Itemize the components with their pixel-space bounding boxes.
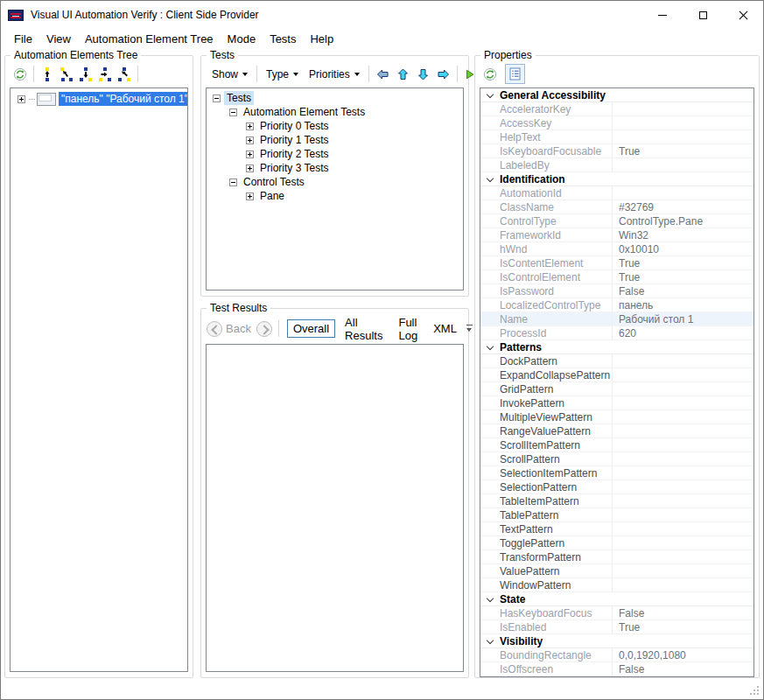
tests-tree-node[interactable]: Priority 2 Tests	[207, 147, 463, 161]
tab-overall[interactable]: Overall	[287, 319, 335, 338]
menu-help[interactable]: Help	[303, 31, 340, 47]
tree-expander-minus-icon[interactable]	[229, 178, 237, 186]
navigate-previous-sibling-button[interactable]	[57, 64, 76, 84]
property-row[interactable]: TablePattern	[480, 508, 753, 522]
tree-expander-plus-icon[interactable]	[246, 192, 254, 200]
property-row[interactable]: LocalizedControlTypeпанель	[480, 298, 753, 312]
move-down-button[interactable]	[413, 64, 433, 84]
minimize-button[interactable]	[642, 1, 683, 29]
menu-automation-element-tree[interactable]: Automation Element Tree	[78, 31, 221, 47]
tree-expander-plus-icon[interactable]	[246, 136, 254, 144]
property-row[interactable]: MultipleViewPattern	[480, 410, 753, 424]
tests-tree-node[interactable]: Control Tests	[207, 175, 463, 189]
elements-tree-view[interactable]: "панель" "Рабочий стол 1" ""	[10, 88, 188, 672]
navigate-next-sibling-button[interactable]	[95, 64, 115, 84]
property-row[interactable]: DockPattern	[480, 354, 753, 368]
menu-view[interactable]: View	[39, 31, 78, 47]
property-row[interactable]: SelectionPattern	[480, 480, 753, 494]
property-row[interactable]: HelpText	[480, 130, 753, 144]
property-row[interactable]: hWnd0x10010	[480, 242, 753, 256]
close-button[interactable]	[723, 1, 763, 29]
property-row[interactable]: FrameworkIdWin32	[480, 228, 753, 242]
property-row[interactable]: AutomationId	[480, 186, 753, 200]
tree-node-label[interactable]: Priority 2 Tests	[257, 147, 331, 161]
property-row[interactable]: IsOffscreenFalse	[480, 662, 753, 676]
tests-tree-node[interactable]: Pane	[207, 189, 463, 203]
chevron-down-icon[interactable]	[480, 598, 500, 601]
property-category[interactable]: Identification	[480, 172, 753, 186]
property-row[interactable]: TogglePattern	[480, 536, 753, 550]
property-row[interactable]: LabeledBy	[480, 158, 753, 172]
move-left-button[interactable]	[373, 64, 393, 84]
property-row[interactable]: ValuePattern	[480, 564, 753, 578]
property-row[interactable]: GridPattern	[480, 382, 753, 396]
tree-expander-plus-icon[interactable]	[246, 164, 254, 172]
type-dropdown[interactable]: Type	[261, 64, 304, 84]
tree-expander-plus-icon[interactable]	[18, 95, 25, 103]
property-row[interactable]: ControlTypeControlType.Pane	[480, 214, 753, 228]
tab-xml[interactable]: XML	[427, 319, 463, 338]
tree-node-label[interactable]: Priority 3 Tests	[257, 161, 331, 175]
tree-node-label[interactable]: Pane	[257, 189, 287, 203]
chevron-down-icon[interactable]	[480, 346, 500, 349]
property-category[interactable]: Patterns	[480, 340, 753, 354]
tree-node-label[interactable]: Control Tests	[241, 175, 307, 189]
tree-expander-minus-icon[interactable]	[213, 94, 221, 102]
property-row[interactable]: SelectionItemPattern	[480, 466, 753, 480]
show-dropdown[interactable]: Show	[207, 64, 253, 84]
property-row[interactable]: AccessKey	[480, 116, 753, 130]
tree-node-label[interactable]: Tests	[224, 91, 254, 105]
tree-node-label[interactable]: Priority 0 Tests	[257, 119, 331, 133]
back-button[interactable]	[207, 321, 222, 337]
selected-tree-node-label[interactable]: "панель" "Рабочий стол 1" ""	[59, 92, 188, 106]
refresh-properties-button[interactable]	[480, 64, 500, 84]
navigate-first-child-button[interactable]	[76, 64, 95, 84]
property-row[interactable]: ExpandCollapsePattern	[480, 368, 753, 382]
property-row[interactable]: ScrollItemPattern	[480, 438, 753, 452]
property-row[interactable]: ProcessId620	[480, 326, 753, 340]
tree-node-label[interactable]: Priority 1 Tests	[257, 133, 331, 147]
property-row[interactable]: IsKeyboardFocusableTrue	[480, 144, 753, 158]
navigate-last-child-button[interactable]	[115, 64, 134, 84]
menu-file[interactable]: File	[7, 31, 39, 47]
property-row[interactable]: BoundingRectangle0,0,1920,1080	[480, 648, 753, 662]
chevron-down-icon[interactable]	[480, 178, 500, 181]
maximize-button[interactable]	[683, 1, 723, 29]
move-up-button[interactable]	[393, 64, 413, 84]
resize-grip[interactable]	[750, 686, 759, 695]
priorities-dropdown[interactable]: Priorities	[304, 64, 365, 84]
tests-tree-node[interactable]: Tests	[207, 91, 463, 105]
property-row[interactable]: InvokePattern	[480, 396, 753, 410]
property-row[interactable]: ScrollPattern	[480, 452, 753, 466]
tests-tree-node[interactable]: Automation Element Tests	[207, 105, 463, 119]
forward-button[interactable]	[256, 321, 272, 337]
move-right-button[interactable]	[433, 64, 453, 84]
menu-mode[interactable]: Mode	[221, 31, 263, 47]
refresh-button[interactable]	[11, 64, 30, 84]
tests-tree-node[interactable]: Priority 0 Tests	[207, 119, 463, 133]
property-row[interactable]: TableItemPattern	[480, 494, 753, 508]
menu-tests[interactable]: Tests	[263, 31, 303, 47]
tests-tree-node[interactable]: Priority 1 Tests	[207, 133, 463, 147]
tree-expander-plus-icon[interactable]	[246, 150, 254, 158]
property-category[interactable]: General Accessibility	[480, 88, 753, 102]
property-row[interactable]: NameРабочий стол 1	[480, 312, 753, 326]
tab-all-results[interactable]: All Results	[339, 313, 389, 345]
tree-expander-plus-icon[interactable]	[246, 122, 254, 130]
details-view-button[interactable]	[505, 64, 525, 84]
navigate-parent-button[interactable]	[38, 64, 57, 84]
property-row[interactable]: TextPattern	[480, 522, 753, 536]
chevron-down-icon[interactable]	[480, 94, 500, 97]
property-row[interactable]: IsPasswordFalse	[480, 284, 753, 298]
tests-tree-view[interactable]: TestsAutomation Element TestsPriority 0 …	[206, 88, 464, 290]
property-row[interactable]: HasKeyboardFocusFalse	[480, 606, 753, 620]
tab-full-log[interactable]: Full Log	[392, 313, 424, 345]
property-grid[interactable]: General AccessibilityAcceleratorKeyAcces…	[480, 88, 754, 677]
tree-expander-minus-icon[interactable]	[229, 108, 237, 116]
property-row[interactable]: RangeValuePattern	[480, 424, 753, 438]
property-category[interactable]: Visibility	[480, 634, 753, 648]
chevron-down-icon[interactable]	[480, 640, 500, 643]
property-row[interactable]: WindowPattern	[480, 578, 753, 592]
property-row[interactable]: IsEnabledTrue	[480, 620, 753, 634]
tests-tree-node[interactable]: Priority 3 Tests	[207, 161, 463, 175]
